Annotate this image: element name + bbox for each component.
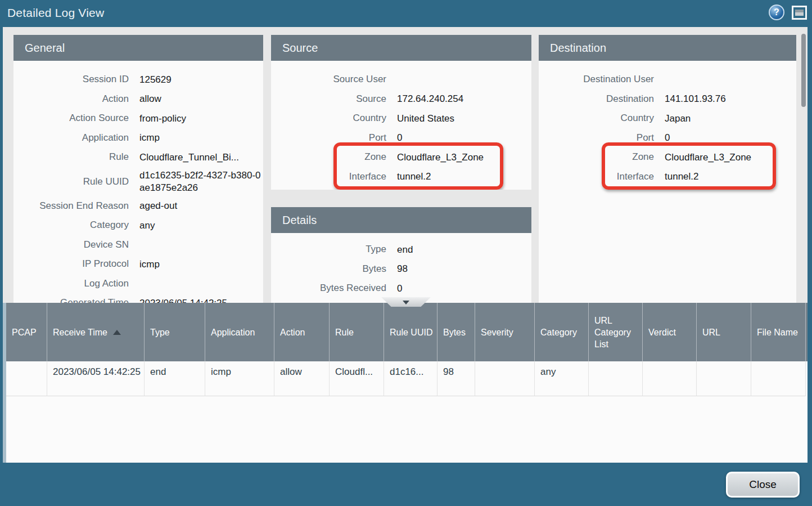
field-row-action-source: Action Sourcefrom-policy bbox=[13, 109, 263, 128]
close-button[interactable]: Close bbox=[726, 472, 800, 498]
field-value: from-policy bbox=[139, 113, 186, 124]
field-label: Generated Time bbox=[13, 297, 129, 303]
field-row-destination-port: Port0 bbox=[539, 128, 796, 148]
column-header-url-category-list[interactable]: URL Category List bbox=[589, 303, 643, 361]
cell-rule-uuid: d1c16... bbox=[384, 361, 437, 396]
column-header-label: File Name bbox=[757, 326, 798, 338]
field-label: IP Protocol bbox=[13, 258, 129, 270]
column-header-verdict[interactable]: Verdict bbox=[643, 303, 697, 361]
field-row-destination: Destination141.101.93.76 bbox=[539, 89, 796, 109]
column-header-label: Rule UUID bbox=[390, 326, 432, 338]
column-header-rule[interactable]: Rule bbox=[330, 303, 384, 361]
column-header-rule-uuid[interactable]: Rule UUID bbox=[384, 303, 437, 361]
detailed-log-view-dialog: Detailed Log View ? General Session ID12… bbox=[0, 0, 812, 506]
cell-url bbox=[697, 361, 751, 396]
column-header-label: PCAP bbox=[12, 326, 37, 338]
field-value: allow bbox=[139, 93, 161, 105]
column-header-label: Severity bbox=[481, 326, 513, 338]
cell-receive-time: 2023/06/05 14:42:25 bbox=[47, 361, 145, 396]
column-header-label: Bytes bbox=[443, 326, 466, 338]
field-value: tunnel.2 bbox=[397, 171, 431, 182]
field-label: Bytes Received bbox=[271, 283, 386, 294]
field-row-category: Categoryany bbox=[13, 216, 263, 235]
field-row-rule-uuid: Rule UUIDd1c16235-b2f2-4327-b380-0ae1875… bbox=[13, 167, 263, 196]
field-label: Action Source bbox=[13, 113, 129, 124]
field-label: Device SN bbox=[13, 239, 129, 250]
field-label: Zone bbox=[539, 151, 654, 163]
cell-category: any bbox=[535, 361, 589, 396]
column-header-label: URL bbox=[702, 326, 720, 338]
general-panel-body: Session ID125629 Actionallow Action Sour… bbox=[13, 61, 263, 303]
field-label: Category bbox=[13, 220, 129, 231]
cell-action: allow bbox=[274, 361, 330, 396]
help-icon[interactable]: ? bbox=[769, 5, 784, 20]
column-header-action[interactable]: Action bbox=[274, 303, 330, 361]
destination-panel-title: Destination bbox=[539, 35, 796, 61]
column-header-label: Receive Time bbox=[53, 326, 107, 338]
column-header-type[interactable]: Type bbox=[145, 303, 205, 361]
column-header-application[interactable]: Application bbox=[205, 303, 274, 361]
details-panel-title: Details bbox=[271, 207, 531, 233]
column-header-pcap[interactable]: PCAP bbox=[6, 303, 47, 361]
dialog-footer: Close bbox=[0, 463, 812, 506]
titlebar: Detailed Log View ? bbox=[0, 0, 812, 27]
field-row-destination-user: Destination User bbox=[539, 70, 796, 89]
field-label: Application bbox=[13, 132, 129, 144]
field-label: Bytes bbox=[271, 263, 386, 275]
column-header-label: Action bbox=[280, 326, 305, 338]
field-row-source-port: Port0 bbox=[271, 128, 531, 148]
column-header-file-name[interactable]: File Name bbox=[751, 303, 806, 361]
vertical-scrollbar-thumb[interactable] bbox=[801, 34, 806, 107]
destination-panel-body: Destination User Destination141.101.93.7… bbox=[539, 61, 796, 186]
column-header-filler bbox=[806, 303, 812, 361]
maximize-window-icon[interactable] bbox=[792, 6, 807, 20]
field-label: Destination User bbox=[539, 74, 654, 85]
field-label: Port bbox=[539, 132, 654, 144]
field-label: Destination bbox=[539, 93, 654, 105]
column-header-category[interactable]: Category bbox=[535, 303, 589, 361]
dialog-title: Detailed Log View bbox=[7, 6, 104, 20]
field-label: Country bbox=[539, 113, 654, 124]
field-row-bytes: Bytes98 bbox=[271, 259, 531, 279]
log-table-header-row: PCAP Receive Time Type Application Actio… bbox=[6, 303, 808, 361]
cell-bytes: 98 bbox=[437, 361, 475, 396]
field-value: tunnel.2 bbox=[665, 171, 699, 182]
source-panel: Source Source User Source172.64.240.254 … bbox=[271, 35, 531, 190]
field-row-application: Applicationicmp bbox=[13, 128, 263, 148]
column-header-url[interactable]: URL bbox=[697, 303, 751, 361]
field-value: Japan bbox=[665, 113, 691, 124]
column-header-receive-time[interactable]: Receive Time bbox=[47, 303, 145, 361]
field-row-source-country: CountryUnited States bbox=[271, 109, 531, 128]
field-value: aged-out bbox=[139, 200, 177, 212]
field-row-session-end-reason: Session End Reasonaged-out bbox=[13, 196, 263, 216]
field-value: end bbox=[397, 244, 413, 256]
field-row-destination-zone: ZoneCloudflare_L3_Zone bbox=[539, 147, 796, 167]
sort-ascending-icon bbox=[113, 330, 121, 335]
field-value: 0 bbox=[397, 132, 402, 144]
field-row-destination-country: CountryJapan bbox=[539, 109, 796, 128]
field-value: 141.101.93.76 bbox=[665, 93, 726, 105]
field-label: Interface bbox=[539, 171, 654, 182]
cell-verdict bbox=[643, 361, 697, 396]
field-value: 0 bbox=[665, 132, 670, 144]
field-value: icmp bbox=[139, 258, 160, 270]
field-row-rule: RuleCloudflare_Tunnel_Bi... bbox=[13, 147, 263, 167]
log-table-row[interactable]: 2023/06/05 14:42:25 end icmp allow Cloud… bbox=[6, 361, 806, 396]
destination-panel: Destination Destination User Destination… bbox=[539, 35, 796, 303]
field-row-source-user: Source User bbox=[271, 70, 531, 89]
field-label: Source User bbox=[271, 74, 386, 85]
field-value: 2023/06/05 14:42:25 bbox=[139, 297, 227, 303]
column-header-label: Verdict bbox=[648, 326, 676, 338]
field-value: 172.64.240.254 bbox=[397, 93, 463, 105]
field-label: Action bbox=[13, 93, 129, 105]
column-header-label: Type bbox=[150, 326, 170, 338]
column-header-bytes[interactable]: Bytes bbox=[437, 303, 475, 361]
log-table-section: PCAP Receive Time Type Application Actio… bbox=[3, 303, 808, 463]
field-value: 0 bbox=[397, 283, 402, 294]
cell-rule: Cloudfl... bbox=[330, 361, 384, 396]
field-row-session-id: Session ID125629 bbox=[13, 70, 263, 89]
titlebar-icons: ? bbox=[769, 5, 807, 20]
chevron-down-icon bbox=[403, 301, 409, 305]
field-label: Country bbox=[271, 113, 386, 124]
column-header-severity[interactable]: Severity bbox=[475, 303, 535, 361]
